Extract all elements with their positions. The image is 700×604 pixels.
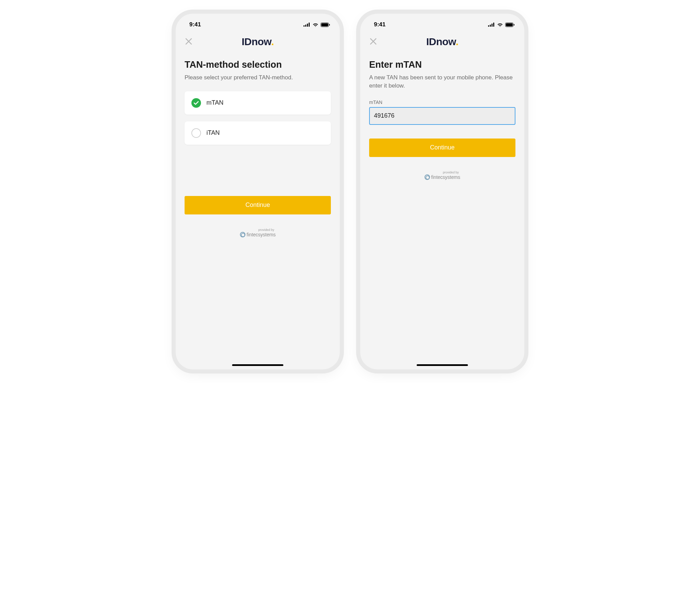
wifi-icon <box>312 23 319 27</box>
provider-name: fintecsystems <box>431 174 460 180</box>
provider-prefix: provided by <box>369 171 524 174</box>
brand-logo: IDnow. <box>184 36 332 48</box>
option-label: mTAN <box>206 99 224 106</box>
provider-logo-icon <box>425 174 430 180</box>
svg-rect-5 <box>321 23 328 26</box>
screen-content: Enter mTAN A new TAN has been sent to yo… <box>360 51 524 369</box>
svg-rect-1 <box>305 25 306 27</box>
spacer <box>185 152 331 196</box>
screen-content: TAN-method selection Please select your … <box>176 51 340 369</box>
home-indicator <box>232 364 283 366</box>
wifi-icon <box>497 23 503 27</box>
battery-icon <box>505 23 515 27</box>
option-itan[interactable]: iTAN <box>185 121 331 145</box>
status-indicators <box>488 23 515 27</box>
page-title: Enter mTAN <box>369 60 515 70</box>
status-bar: 9:41 <box>176 17 340 32</box>
brand-logo: IDnow. <box>368 36 516 48</box>
svg-rect-2 <box>307 24 308 27</box>
svg-rect-0 <box>304 25 305 27</box>
svg-rect-14 <box>506 23 513 26</box>
brand-name: IDnow <box>242 36 271 47</box>
status-indicators <box>304 23 330 27</box>
provider-prefix: provided by <box>185 228 340 232</box>
phone-screen-enter-mtan: 9:41 IDnow. Enter mTAN A new TAN has bee… <box>360 14 524 369</box>
close-button[interactable] <box>184 37 193 47</box>
radio-unchecked-icon <box>191 128 201 138</box>
svg-rect-11 <box>492 24 493 27</box>
provider-credit: provided by fintecsystems <box>185 228 331 237</box>
continue-button[interactable]: Continue <box>369 139 515 157</box>
cellular-icon <box>488 23 495 27</box>
provider-credit: provided by fintecsystems <box>369 171 515 180</box>
continue-button[interactable]: Continue <box>185 196 331 214</box>
page-subtitle: Please select your preferred TAN-method. <box>185 74 331 82</box>
option-label: iTAN <box>206 129 220 136</box>
home-indicator <box>417 364 468 366</box>
status-bar: 9:41 <box>360 17 524 32</box>
radio-checked-icon <box>191 98 201 108</box>
page-subtitle: A new TAN has been sent to your mobile p… <box>369 74 515 90</box>
status-time: 9:41 <box>374 21 386 28</box>
provider-logo-icon <box>240 232 245 237</box>
svg-rect-10 <box>490 25 491 27</box>
close-icon <box>185 41 192 46</box>
status-time: 9:41 <box>189 21 201 28</box>
svg-rect-12 <box>493 23 494 27</box>
mtan-input[interactable] <box>369 107 515 125</box>
app-header: IDnow. <box>360 32 524 51</box>
close-button[interactable] <box>368 37 378 47</box>
cellular-icon <box>304 23 310 27</box>
svg-rect-6 <box>329 24 330 26</box>
option-mtan[interactable]: mTAN <box>185 91 331 115</box>
battery-icon <box>321 23 330 27</box>
close-icon <box>369 41 377 46</box>
brand-dot: . <box>456 36 458 47</box>
app-header: IDnow. <box>176 32 340 51</box>
phone-screen-tan-selection: 9:41 IDnow. TAN-method selection Please … <box>176 14 340 369</box>
mtan-field-label: mTAN <box>369 100 515 105</box>
provider-name: fintecsystems <box>247 232 276 237</box>
svg-rect-15 <box>514 24 514 26</box>
page-title: TAN-method selection <box>185 60 331 70</box>
svg-rect-3 <box>309 23 310 27</box>
brand-name: IDnow <box>426 36 456 47</box>
svg-rect-9 <box>488 25 489 27</box>
brand-dot: . <box>271 36 274 47</box>
